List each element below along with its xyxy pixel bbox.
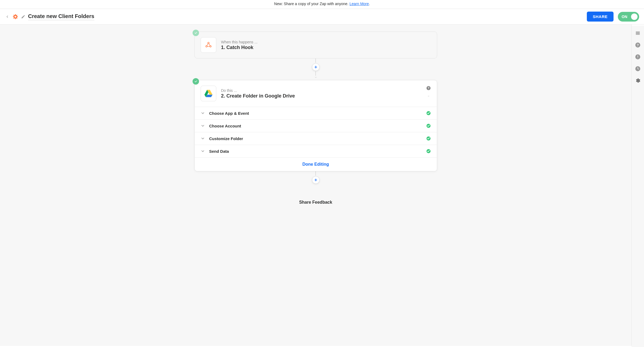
svg-rect-4 xyxy=(16,15,17,16)
more-icon xyxy=(426,96,431,98)
share-button[interactable]: SHARE xyxy=(587,12,614,22)
arrow-down-icon xyxy=(314,75,317,80)
step-menu-button[interactable] xyxy=(426,94,431,99)
svg-text:?: ? xyxy=(427,86,429,90)
check-icon xyxy=(194,31,197,34)
plus-icon xyxy=(314,178,318,182)
chevron-down-icon xyxy=(201,124,205,128)
svg-point-9 xyxy=(205,46,207,47)
chevron-down-icon xyxy=(201,111,205,115)
edit-title-button[interactable] xyxy=(21,15,25,19)
svg-rect-7 xyxy=(16,17,17,18)
gear-icon xyxy=(635,78,640,83)
toggle-knob xyxy=(631,13,638,20)
plus-icon xyxy=(314,65,318,69)
trigger-title: 1. Catch Hook xyxy=(221,45,431,50)
zap-toggle[interactable]: ON xyxy=(618,12,639,22)
pencil-icon xyxy=(21,15,25,19)
substep-label: Choose App & Event xyxy=(209,111,249,116)
trigger-overline: When this happens ... xyxy=(221,40,431,44)
rail-outline-button[interactable] xyxy=(633,29,642,37)
svg-text:?: ? xyxy=(637,43,639,47)
substep-label: Send Data xyxy=(209,149,229,154)
svg-point-8 xyxy=(208,42,209,44)
svg-point-13 xyxy=(428,96,428,96)
step-help-button[interactable]: ? xyxy=(426,86,431,91)
editor-canvas: When this happens ... 1. Catch Hook xyxy=(0,25,632,346)
trigger-step-text: When this happens ... 1. Catch Hook xyxy=(221,40,431,50)
rail-alerts-button[interactable] xyxy=(633,53,642,61)
done-editing-row: Done Editing xyxy=(195,157,437,171)
svg-rect-2 xyxy=(13,16,15,17)
share-feedback-button[interactable]: Share Feedback xyxy=(299,200,332,205)
zap-title[interactable]: Create new Client Folders xyxy=(28,13,94,20)
chevron-left-icon xyxy=(5,15,9,19)
header-left: Create new Client Folders xyxy=(5,13,94,20)
substep-label: Customize Folder xyxy=(209,136,243,141)
chevron-down-icon xyxy=(201,149,205,153)
step-connector xyxy=(312,171,320,184)
banner-suffix: . xyxy=(369,2,370,6)
svg-point-15 xyxy=(429,96,429,96)
alert-icon xyxy=(635,54,641,60)
svg-point-10 xyxy=(210,46,211,47)
banner-text: New: Share a copy of your Zap with anyon… xyxy=(274,2,350,6)
rail-help-button[interactable]: ? xyxy=(633,41,642,49)
substep-customize-folder[interactable]: Customize Folder xyxy=(195,132,437,145)
action-overline: Do this ... xyxy=(221,88,431,93)
back-button[interactable] xyxy=(5,14,10,19)
substep-complete-icon xyxy=(426,136,431,141)
right-rail: ? xyxy=(632,26,644,346)
step-connector xyxy=(312,58,320,80)
svg-point-14 xyxy=(428,96,429,96)
google-drive-app-icon xyxy=(201,86,216,101)
svg-rect-23 xyxy=(638,55,638,57)
rail-settings-button[interactable] xyxy=(633,76,642,85)
help-icon: ? xyxy=(426,86,431,91)
substep-list: Choose App & Event Choose Account Custom… xyxy=(195,107,437,157)
toggle-label: ON xyxy=(622,15,627,19)
svg-rect-1 xyxy=(15,17,16,19)
webhook-icon xyxy=(204,41,213,49)
step-complete-badge xyxy=(193,78,199,85)
banner-link[interactable]: Learn More xyxy=(350,2,369,6)
list-icon xyxy=(635,30,640,36)
action-step-text: Do this ... 2. Create Folder in Google D… xyxy=(221,88,431,99)
trigger-step-card[interactable]: When this happens ... 1. Catch Hook xyxy=(194,32,437,58)
rail-history-button[interactable] xyxy=(633,64,642,73)
action-step-header[interactable]: Do this ... 2. Create Folder in Google D… xyxy=(195,80,437,107)
announcement-banner: New: Share a copy of your Zap with anyon… xyxy=(0,0,644,9)
add-step-button[interactable] xyxy=(312,63,320,71)
action-step-card: Do this ... 2. Create Folder in Google D… xyxy=(194,80,437,171)
substep-complete-icon xyxy=(426,149,431,154)
help-icon: ? xyxy=(635,42,641,48)
zapier-logo-icon xyxy=(12,14,18,20)
webhook-app-icon xyxy=(201,37,216,53)
svg-rect-6 xyxy=(13,15,15,16)
clock-icon xyxy=(635,66,641,72)
substep-label: Choose Account xyxy=(209,124,241,128)
done-editing-button[interactable]: Done Editing xyxy=(302,162,329,166)
chevron-down-icon xyxy=(201,136,205,141)
substep-choose-app-event[interactable]: Choose App & Event xyxy=(195,107,437,119)
svg-rect-0 xyxy=(15,14,16,16)
svg-rect-24 xyxy=(638,58,638,58)
header-bar: Create new Client Folders SHARE ON xyxy=(0,9,644,25)
add-step-button[interactable] xyxy=(312,176,320,184)
step-actions: ? xyxy=(426,86,431,99)
google-drive-icon xyxy=(204,89,213,98)
connector-line xyxy=(316,58,316,63)
action-title: 2. Create Folder in Google Drive xyxy=(221,93,431,99)
substep-complete-icon xyxy=(426,111,431,116)
check-icon xyxy=(194,80,197,83)
step-complete-badge xyxy=(193,30,199,36)
connector-line xyxy=(316,171,316,176)
substep-complete-icon xyxy=(426,123,431,128)
svg-rect-5 xyxy=(13,17,15,18)
substep-send-data[interactable]: Send Data xyxy=(195,145,437,157)
substep-choose-account[interactable]: Choose Account xyxy=(195,119,437,132)
svg-rect-3 xyxy=(16,16,18,17)
header-right: SHARE ON xyxy=(587,12,639,22)
